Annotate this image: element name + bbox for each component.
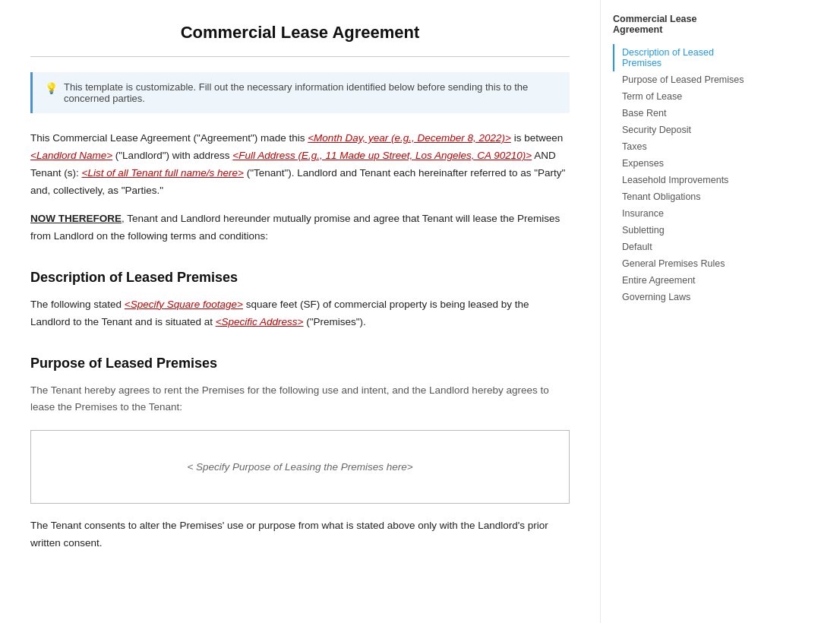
document-title: Commercial Lease Agreement: [30, 23, 570, 43]
sidebar-item-tenant-obligations[interactable]: Tenant Obligations: [613, 188, 747, 205]
sidebar-item-base-rent[interactable]: Base Rent: [613, 105, 747, 122]
consent-text: The Tenant consents to alter the Premise…: [30, 517, 570, 552]
square-placeholder[interactable]: <Specify Square footage>: [125, 299, 243, 310]
specific-address-placeholder[interactable]: <Specific Address>: [216, 316, 304, 327]
sidebar-item-insurance[interactable]: Insurance: [613, 205, 747, 222]
intro-part2: is between: [511, 132, 563, 144]
purpose-input-box[interactable]: < Specify Purpose of Leasing the Premise…: [30, 430, 570, 504]
sidebar-item-taxes[interactable]: Taxes: [613, 138, 747, 155]
purpose-intro-text: The Tenant hereby agrees to rent the Pre…: [30, 382, 570, 417]
sidebar-item-leasehold[interactable]: Leasehold Improvements: [613, 172, 747, 188]
section-heading-purpose: Purpose of Leased Premises: [30, 356, 570, 372]
now-therefore-paragraph: NOW THEREFORE, Tenant and Landlord hereu…: [30, 210, 570, 245]
title-divider: [30, 56, 570, 57]
purpose-placeholder-text: < Specify Purpose of Leasing the Premise…: [187, 461, 412, 473]
desc-body3: ("Premises").: [304, 316, 366, 327]
address-placeholder[interactable]: <Full Address (E.g., 11 Made up Street, …: [232, 150, 532, 161]
sidebar-item-description[interactable]: Description of Leased Premises: [613, 44, 747, 71]
sidebar-item-entire-agreement[interactable]: Entire Agreement: [613, 272, 747, 289]
sidebar-item-subletting[interactable]: Subletting: [613, 222, 747, 239]
sidebar-item-governing-laws[interactable]: Governing Laws: [613, 289, 747, 305]
now-therefore-label: NOW THEREFORE: [30, 213, 122, 224]
lightbulb-icon: 💡: [45, 82, 58, 94]
sidebar-item-default[interactable]: Default: [613, 239, 747, 255]
tenant-placeholder[interactable]: <List of all Tenant full name/s here>: [82, 167, 244, 179]
main-content: Commercial Lease Agreement 💡 This templa…: [0, 0, 600, 623]
sidebar-item-security-deposit[interactable]: Security Deposit: [613, 122, 747, 138]
sidebar-navigation: Description of Leased Premises Purpose o…: [613, 44, 747, 305]
sidebar: Commercial Lease Agreement Description o…: [600, 0, 759, 623]
intro-part3: ("Landlord") with address: [112, 150, 232, 161]
sidebar-item-term[interactable]: Term of Lease: [613, 88, 747, 105]
sidebar-item-general-premises[interactable]: General Premises Rules: [613, 255, 747, 272]
sidebar-item-purpose[interactable]: Purpose of Leased Premises: [613, 71, 747, 88]
page-layout: Commercial Lease Agreement 💡 This templa…: [0, 0, 840, 623]
sidebar-item-expenses[interactable]: Expenses: [613, 155, 747, 172]
intro-part1: This Commercial Lease Agreement ("Agreem…: [30, 132, 308, 144]
notice-box: 💡 This template is customizable. Fill ou…: [30, 72, 570, 113]
description-paragraph: The following stated <Specify Square foo…: [30, 296, 570, 331]
date-placeholder[interactable]: <Month Day, year (e.g., December 8, 2022…: [308, 132, 511, 144]
sidebar-title: Commercial Lease Agreement: [613, 14, 747, 35]
section-heading-description: Description of Leased Premises: [30, 270, 570, 286]
intro-paragraph: This Commercial Lease Agreement ("Agreem…: [30, 130, 570, 200]
landlord-placeholder[interactable]: <Landlord Name>: [30, 150, 112, 161]
notice-text: This template is customizable. Fill out …: [64, 81, 557, 104]
desc-body1: The following stated: [30, 299, 125, 310]
